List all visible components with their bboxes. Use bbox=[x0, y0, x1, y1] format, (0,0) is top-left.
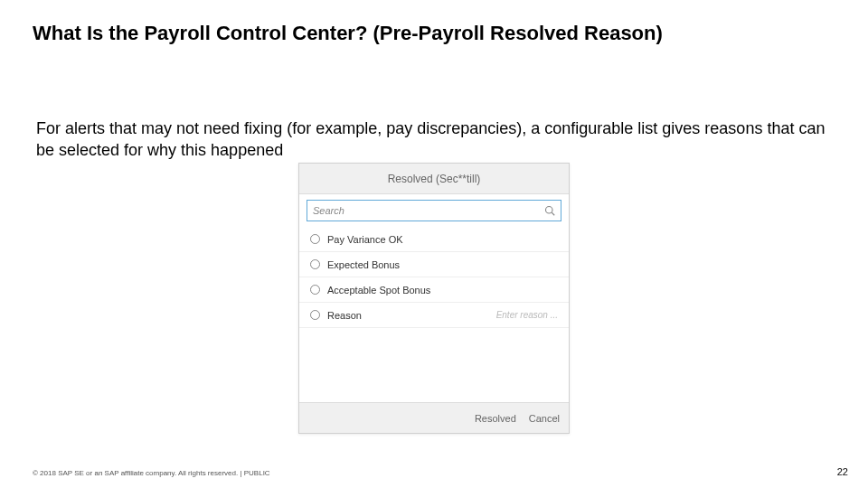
option-label: Acceptable Spot Bonus bbox=[327, 285, 558, 296]
radio-icon bbox=[310, 234, 320, 244]
svg-line-1 bbox=[552, 212, 554, 215]
resolved-button[interactable]: Resolved bbox=[475, 413, 516, 424]
radio-icon bbox=[310, 259, 320, 269]
page-number: 22 bbox=[837, 466, 848, 477]
radio-icon bbox=[310, 285, 320, 295]
option-label: Pay Variance OK bbox=[327, 234, 558, 245]
reason-input-placeholder[interactable]: Enter reason ... bbox=[496, 310, 558, 320]
slide-title: What Is the Payroll Control Center? (Pre… bbox=[33, 22, 663, 45]
option-label: Reason bbox=[327, 310, 489, 321]
panel-fill bbox=[299, 328, 569, 402]
panel-footer: Resolved Cancel bbox=[299, 402, 569, 433]
options-list: Pay Variance OK Expected Bonus Acceptabl… bbox=[299, 227, 569, 328]
search-row bbox=[307, 200, 561, 221]
search-icon[interactable] bbox=[544, 205, 555, 216]
option-label: Expected Bonus bbox=[327, 259, 558, 270]
option-pay-variance[interactable]: Pay Variance OK bbox=[299, 227, 569, 252]
cancel-button[interactable]: Cancel bbox=[529, 413, 560, 424]
panel-header: Resolved (Sec**till) bbox=[299, 164, 569, 194]
radio-icon bbox=[310, 310, 320, 320]
option-expected-bonus[interactable]: Expected Bonus bbox=[299, 252, 569, 277]
option-reason[interactable]: Reason Enter reason ... bbox=[299, 303, 569, 328]
svg-point-0 bbox=[546, 207, 553, 214]
option-acceptable-spot-bonus[interactable]: Acceptable Spot Bonus bbox=[299, 277, 569, 303]
resolved-panel: Resolved (Sec**till) Pay Variance OK Exp… bbox=[298, 163, 570, 434]
slide-footer-copyright: © 2018 SAP SE or an SAP affiliate compan… bbox=[33, 469, 270, 477]
search-input[interactable] bbox=[313, 205, 544, 216]
body-paragraph: For alerts that may not need fixing (for… bbox=[36, 117, 832, 162]
